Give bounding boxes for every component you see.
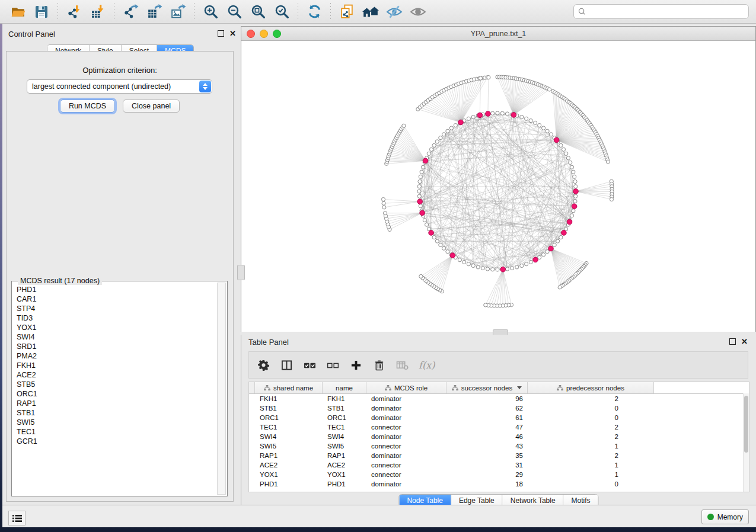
memory-button[interactable]: Memory [701, 509, 749, 524]
mcds-result-item[interactable]: PHD1 [17, 285, 218, 294]
sitemap-icon [385, 385, 391, 391]
mcds-result-item[interactable]: ACE2 [17, 370, 218, 380]
mcds-result-item[interactable]: ORC1 [17, 389, 218, 399]
zoom-in-icon [203, 4, 219, 20]
import-table-button[interactable] [89, 3, 107, 21]
column-header-name[interactable]: name [323, 382, 366, 393]
mcds-result-item[interactable]: FKH1 [17, 361, 218, 370]
table-row[interactable]: STB1STB1dominator620 [249, 403, 749, 413]
control-panel: Control Panel ✕ Network Style Select MCD… [2, 26, 241, 505]
mcds-result-item[interactable]: YOX1 [17, 323, 218, 332]
mcds-result-item[interactable]: TID3 [17, 313, 218, 323]
function-builder-button[interactable]: f(x) [419, 360, 435, 371]
column-header-successor-nodes[interactable]: successor nodes [446, 382, 528, 393]
table-row[interactable]: SWI5SWI5connector431 [249, 441, 749, 451]
status-bar: Memory [2, 505, 756, 527]
mcds-result-item[interactable]: SWI5 [17, 418, 218, 427]
network-window-titlebar[interactable]: YPA_prune.txt_1 [241, 27, 755, 41]
memory-label: Memory [717, 513, 743, 521]
table-cell: dominator [366, 403, 446, 413]
table-row[interactable]: SWI4SWI4dominator462 [249, 432, 749, 441]
table-cell: 0 [528, 479, 654, 489]
save-session-button[interactable] [33, 3, 50, 21]
optimization-criterion-select[interactable]: largest connected component (undirected) [27, 79, 212, 94]
show-all-button[interactable] [409, 3, 427, 21]
import-network-button[interactable] [65, 3, 83, 21]
table-body: FKH1FKH1dominator962STB1STB1dominator620… [249, 394, 749, 489]
close-panel-icon[interactable]: ✕ [229, 30, 236, 37]
mcds-result-item[interactable]: STP4 [17, 304, 218, 313]
mcds-result-item[interactable]: SRD1 [17, 342, 218, 351]
vertical-splitter-handle[interactable] [237, 265, 245, 280]
zoom-selected-icon [274, 4, 290, 20]
apply-layout-button[interactable] [305, 3, 323, 21]
hide-selected-button[interactable] [385, 3, 403, 21]
table-cell [249, 432, 255, 441]
table-cell: 35 [446, 451, 528, 460]
delete-table-button[interactable] [395, 358, 409, 371]
export-network-button[interactable] [122, 3, 139, 21]
import-network-icon [66, 4, 82, 20]
add-column-button[interactable] [349, 358, 362, 371]
mcds-result-item[interactable]: STB5 [17, 380, 218, 389]
open-session-button[interactable] [9, 3, 27, 21]
run-mcds-button[interactable]: Run MCDS [60, 100, 115, 113]
open-session-icon [10, 4, 26, 20]
mcds-result-item[interactable]: CAR1 [17, 294, 218, 304]
gear-button[interactable] [257, 358, 270, 371]
mcds-result-item[interactable]: RAP1 [17, 399, 218, 408]
desktop: Control Panel ✕ Network Style Select MCD… [0, 0, 756, 532]
table-row[interactable]: ACE2ACE2connector311 [249, 460, 749, 470]
mcds-result-item[interactable]: STB1 [17, 408, 218, 418]
export-table-button[interactable] [145, 3, 163, 21]
column-header-shared-name[interactable]: shared name [255, 382, 323, 393]
mcds-result-item[interactable]: GCR1 [17, 437, 218, 446]
mcds-result-item[interactable]: PMA2 [17, 351, 218, 361]
table-cell: ACE2 [255, 460, 323, 470]
column-header-mcds-role[interactable]: MCDS role [366, 382, 446, 393]
close-panel-button[interactable]: Close panel [123, 100, 180, 113]
table-scrollbar-thumb[interactable] [744, 396, 748, 453]
search-input[interactable] [586, 7, 748, 17]
new-network-from-selection-button[interactable] [338, 3, 356, 21]
table-row[interactable]: ORC1ORC1dominator610 [249, 413, 749, 422]
homes-button[interactable] [362, 3, 379, 21]
float-window-icon[interactable] [729, 338, 736, 345]
mcds-result-list[interactable]: PHD1CAR1STP4TID3YOX1SWI4SRD1PMA2FKH1ACE2… [12, 285, 218, 495]
export-image-icon [170, 4, 186, 20]
table-row[interactable]: PHD1PHD1dominator180 [249, 479, 749, 489]
table-cell: SWI5 [323, 441, 366, 451]
network-canvas[interactable] [241, 41, 755, 332]
control-panel-title: Control Panel [8, 30, 55, 39]
mcds-result-item[interactable]: TEC1 [17, 427, 218, 437]
select-stepper-icon [199, 81, 211, 92]
zoom-fit-button[interactable] [249, 3, 267, 21]
column-header-predecessor-nodes[interactable]: predecessor nodes [528, 382, 654, 393]
close-panel-icon[interactable]: ✕ [741, 338, 748, 345]
zoom-in-button[interactable] [202, 3, 219, 21]
table-row[interactable]: TEC1TEC1connector472 [249, 422, 749, 432]
zoom-out-icon [227, 4, 243, 20]
table-row[interactable]: YOX1YOX1connector291 [249, 470, 749, 479]
zoom-selected-button[interactable] [273, 3, 291, 21]
mcds-list-scrollbar[interactable] [217, 283, 226, 495]
search-box[interactable] [573, 4, 749, 19]
table-cell: 43 [446, 441, 528, 451]
mcds-result-item[interactable]: SWI4 [17, 332, 218, 342]
select-all-button[interactable] [303, 358, 316, 371]
float-window-icon[interactable] [218, 30, 224, 37]
table-cell: TEC1 [255, 422, 323, 432]
column-chooser-button[interactable] [280, 358, 293, 371]
table-row[interactable]: FKH1FKH1dominator962 [249, 394, 749, 403]
delete-button[interactable] [372, 358, 385, 371]
table-toolbar: f(x) [248, 351, 748, 379]
mcds-result-title: MCDS result (17 nodes) [18, 277, 102, 285]
table-scrollbar[interactable] [743, 393, 749, 492]
table-cell: FKH1 [255, 394, 323, 403]
export-image-button[interactable] [169, 3, 187, 21]
clear-selection-button[interactable] [326, 358, 339, 371]
table-row[interactable]: RAP1RAP1dominator352 [249, 451, 749, 460]
task-history-button[interactable] [8, 511, 25, 525]
zoom-fit-icon [250, 4, 266, 20]
zoom-out-button[interactable] [225, 3, 243, 21]
